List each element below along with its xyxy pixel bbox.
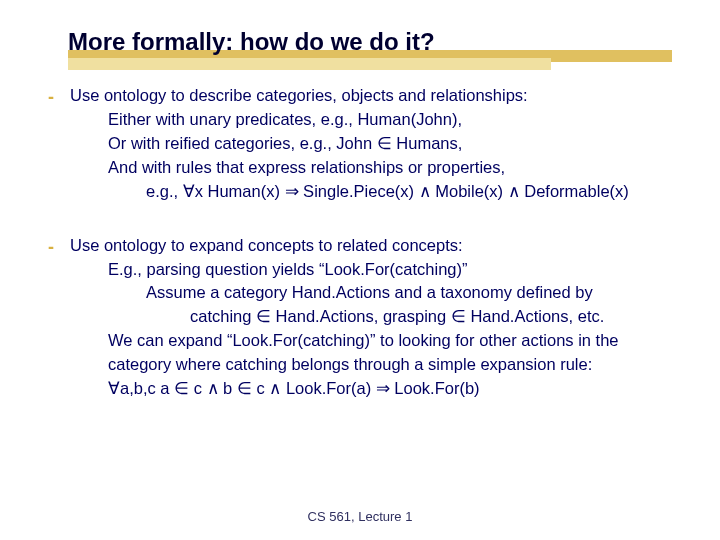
- slide-title: More formally: how do we do it?: [68, 28, 672, 56]
- title-underline-2: [68, 58, 551, 70]
- b2-line-1: E.g., parsing question yields “Look.For(…: [70, 258, 672, 282]
- b1-line-1: Either with unary predicates, e.g., Huma…: [70, 108, 672, 132]
- slide: More formally: how do we do it? Use onto…: [0, 0, 720, 540]
- b2-line-6: ∀a,b,c a ∈ c ∧ b ∈ c ∧ Look.For(a) ⇒ Loo…: [70, 377, 672, 401]
- b1-line-2: Or with reified categories, e.g., John ∈…: [70, 132, 672, 156]
- b2-line-4: We can expand “Look.For(catching)” to lo…: [70, 329, 672, 353]
- title-block: More formally: how do we do it?: [68, 28, 672, 56]
- b1-line-0: Use ontology to describe categories, obj…: [70, 86, 528, 104]
- bullet-item-2: Use ontology to expand concepts to relat…: [48, 234, 672, 401]
- b1-line-4: e.g., ∀x Human(x) ⇒ Single.Piece(x) ∧ Mo…: [70, 180, 672, 204]
- b1-line-3: And with rules that express relationship…: [70, 156, 672, 180]
- b2-line-0: Use ontology to expand concepts to relat…: [70, 236, 463, 254]
- b2-line-5: category where catching belongs through …: [70, 353, 672, 377]
- bullet-list: Use ontology to describe categories, obj…: [48, 84, 672, 401]
- b2-line-3: catching ∈ Hand.Actions, grasping ∈ Hand…: [70, 305, 672, 329]
- slide-footer: CS 561, Lecture 1: [0, 509, 720, 524]
- bullet-item-1: Use ontology to describe categories, obj…: [48, 84, 672, 204]
- b2-line-2: Assume a category Hand.Actions and a tax…: [70, 281, 672, 305]
